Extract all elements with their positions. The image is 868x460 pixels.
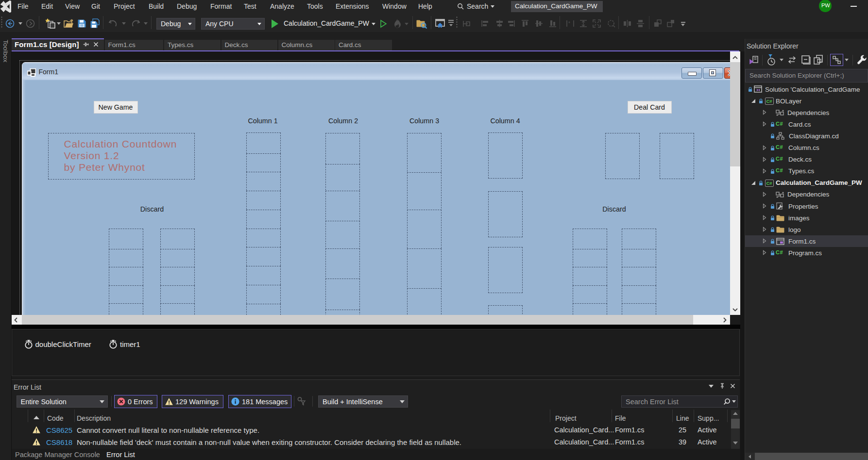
svg-text:*: *: [568, 21, 570, 26]
